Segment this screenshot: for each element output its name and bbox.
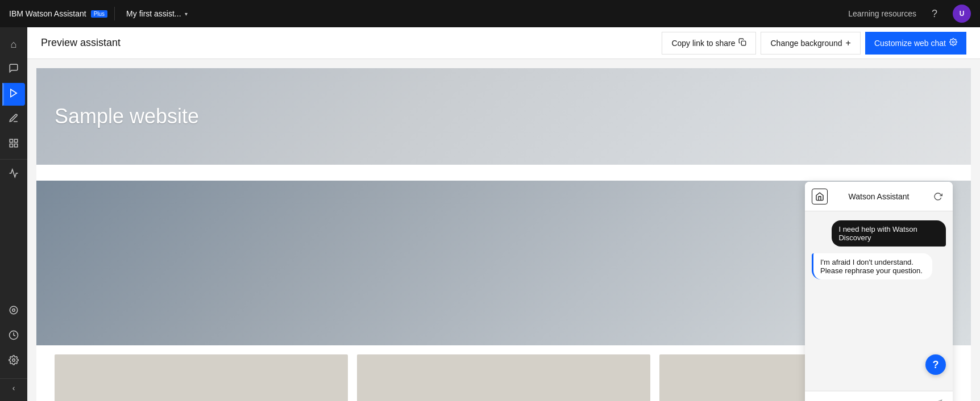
- brand-name: IBM Watson Assistant: [9, 9, 86, 18]
- customize-icon: [949, 38, 957, 48]
- chat-refresh-button[interactable]: [930, 189, 946, 204]
- chat-send-button[interactable]: [930, 396, 946, 401]
- svg-rect-3: [10, 144, 13, 147]
- sample-card-1: [55, 354, 348, 401]
- svg-point-8: [13, 358, 15, 361]
- analytics-icon: [9, 168, 19, 181]
- user-avatar[interactable]: U: [953, 5, 971, 23]
- plus-badge: Plus: [91, 10, 107, 18]
- chat-widget: Watson Assistant I need help with Watson…: [805, 182, 953, 401]
- copy-icon: [738, 38, 746, 48]
- content-area: Preview assistant Copy link to share Cha…: [27, 27, 980, 401]
- copy-link-label: Copy link to share: [671, 39, 735, 48]
- svg-rect-2: [15, 139, 18, 142]
- chat-header: Watson Assistant: [805, 182, 953, 211]
- collapse-icon: ‹: [13, 383, 15, 392]
- add-icon: +: [846, 38, 851, 48]
- sample-website-title: Sample website: [55, 105, 199, 128]
- sample-website-white-bar: [36, 165, 971, 181]
- svg-point-10: [952, 41, 954, 43]
- assistant-selector[interactable]: My first assist... ▾: [122, 7, 192, 20]
- sidebar-bottom: [2, 299, 25, 378]
- change-background-button[interactable]: Change background +: [761, 32, 860, 55]
- assistant-name: My first assist...: [126, 9, 181, 18]
- page-title: Preview assistant: [41, 37, 662, 49]
- preview-area: Sample website: [27, 59, 980, 401]
- chat-input-area: [805, 391, 953, 401]
- sidebar-collapse-toggle[interactable]: ‹: [0, 378, 27, 396]
- sidebar-item-analytics[interactable]: [2, 163, 25, 186]
- preview-icon: [9, 88, 19, 101]
- sidebar-item-integrations[interactable]: [2, 300, 25, 323]
- integrations-icon: [9, 305, 19, 318]
- entities-icon: [9, 113, 19, 126]
- sample-website-header: Sample website: [36, 68, 971, 165]
- learning-resources-link[interactable]: Learning resources: [848, 9, 916, 18]
- svg-rect-4: [15, 144, 18, 147]
- svg-point-6: [10, 306, 18, 314]
- nav-right: Learning resources ? U: [848, 5, 971, 23]
- sample-website: Sample website: [36, 68, 971, 401]
- chat-icon: [9, 63, 19, 76]
- chevron-down-icon: ▾: [185, 11, 188, 17]
- chat-home-icon[interactable]: [812, 189, 828, 204]
- sidebar-item-home[interactable]: ⌂: [2, 33, 25, 56]
- home-icon: ⌂: [11, 39, 17, 51]
- chat-title: Watson Assistant: [832, 192, 925, 201]
- svg-marker-0: [11, 89, 17, 97]
- main-layout: ⌂: [0, 27, 980, 401]
- customize-web-chat-button[interactable]: Customize web chat: [865, 32, 966, 55]
- sidebar-item-history[interactable]: [2, 325, 25, 348]
- page-header: Preview assistant Copy link to share Cha…: [27, 27, 980, 59]
- svg-rect-1: [10, 139, 13, 142]
- chat-help-fab[interactable]: ?: [925, 354, 946, 375]
- help-question-icon: ?: [933, 359, 939, 371]
- header-actions: Copy link to share Change background + C…: [662, 32, 966, 55]
- help-icon[interactable]: ?: [925, 5, 944, 23]
- chat-bot-message: I'm afraid I don't understand. Please re…: [812, 253, 932, 279]
- svg-point-5: [13, 308, 15, 311]
- intents-icon: [9, 138, 19, 151]
- history-icon: [9, 330, 19, 343]
- sidebar-divider: [0, 159, 27, 160]
- sidebar-item-entities[interactable]: [2, 108, 25, 131]
- sidebar-item-chat[interactable]: [2, 58, 25, 81]
- chat-user-message: I need help with Watson Discovery: [832, 220, 946, 247]
- sidebar-item-intents[interactable]: [2, 133, 25, 156]
- top-navigation: IBM Watson Assistant Plus My first assis…: [0, 0, 980, 27]
- sample-card-2: [357, 354, 650, 401]
- customize-web-chat-label: Customize web chat: [874, 39, 946, 48]
- svg-rect-9: [742, 41, 746, 45]
- sidebar-item-settings[interactable]: [2, 350, 25, 373]
- nav-divider: [114, 7, 115, 20]
- settings-icon: [9, 355, 19, 368]
- change-background-label: Change background: [770, 39, 842, 48]
- sidebar: ⌂: [0, 27, 27, 401]
- brand-logo: IBM Watson Assistant Plus: [9, 9, 107, 18]
- sidebar-item-preview[interactable]: [2, 83, 25, 106]
- copy-link-button[interactable]: Copy link to share: [662, 32, 756, 55]
